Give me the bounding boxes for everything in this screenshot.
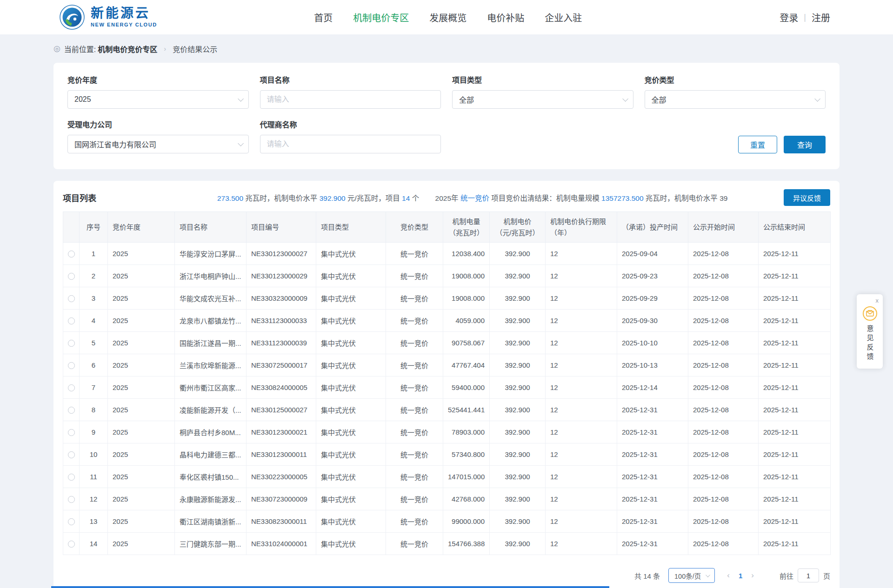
- nav-item-3[interactable]: 电价补贴: [487, 11, 524, 24]
- marquee-segment-3: 元/兆瓦时，项目: [346, 194, 402, 202]
- cell-name: 奉化区裘村镇150...: [175, 466, 247, 488]
- footer-top-strip: [51, 586, 609, 588]
- filter-field-4: 受理电力公司国网浙江省电力有限公司: [67, 119, 249, 153]
- nav-item-1[interactable]: 机制电价专区: [353, 11, 409, 24]
- row-radio[interactable]: [68, 384, 75, 391]
- cell-btype: 统一竞价: [386, 421, 443, 443]
- cell-ptype: 集中式光伏: [316, 265, 386, 287]
- row-radio[interactable]: [68, 362, 75, 369]
- select-2[interactable]: 全部: [452, 90, 633, 109]
- row-radio[interactable]: [68, 496, 75, 503]
- login-link[interactable]: 登录: [780, 11, 798, 24]
- cell-btype: 统一竞价: [386, 533, 443, 555]
- row-radio[interactable]: [68, 541, 75, 548]
- marquee-segment-7: 项目竞价出清结果：机制电量规模: [489, 194, 601, 202]
- cell-name: 衢州市衢江区高家...: [175, 377, 247, 399]
- row-radio[interactable]: [68, 273, 75, 280]
- table-row: 12025华能淳安汾口茅屏...NE330123000027集中式光伏统一竞价1…: [63, 243, 831, 265]
- row-radio[interactable]: [68, 474, 75, 481]
- cell-term: 12: [546, 421, 617, 443]
- row-radio[interactable]: [68, 451, 75, 458]
- select-value: 全部: [652, 94, 815, 105]
- row-radio[interactable]: [68, 429, 75, 436]
- new-energy-cloud-logo-icon: [60, 5, 85, 30]
- row-radio[interactable]: [68, 295, 75, 302]
- cell-price: 392.900: [490, 421, 546, 443]
- row-radio[interactable]: [68, 518, 75, 525]
- auth-divider: |: [804, 13, 806, 22]
- text-input-1[interactable]: [267, 95, 434, 104]
- reset-button[interactable]: 重置: [738, 136, 777, 153]
- row-radio[interactable]: [68, 317, 75, 324]
- prev-page-button[interactable]: ‹: [727, 571, 730, 580]
- feedback-widget-label[interactable]: 意见反馈: [866, 325, 873, 362]
- next-page-button[interactable]: ›: [751, 571, 754, 580]
- cell-start_date: 2025-12-08: [688, 488, 759, 510]
- nav-item-4[interactable]: 企业入驻: [545, 11, 582, 24]
- select-value: 国网浙江省电力有限公司: [74, 139, 238, 150]
- cell-seq: 9: [80, 421, 108, 443]
- row-radio[interactable]: [68, 407, 75, 414]
- cell-prod_date: 2025-09-30: [617, 310, 688, 332]
- row-select-cell: [63, 287, 80, 310]
- cell-name: 华能淳安汾口茅屏...: [175, 243, 247, 265]
- breadcrumb: ◎ 当前位置: 机制电价竞价专区 › 竞价结果公示: [53, 34, 840, 63]
- cell-energy: 12038.400: [443, 243, 490, 265]
- logo-title: 新能源云: [91, 7, 157, 20]
- breadcrumb-section[interactable]: 机制电价竞价专区: [98, 43, 157, 54]
- cell-code: NE330725000017: [247, 354, 316, 377]
- close-icon[interactable]: x: [876, 297, 879, 305]
- cell-code: NE330323000009: [247, 287, 316, 310]
- page-size-select[interactable]: 100条/页: [668, 568, 715, 583]
- page-number-1[interactable]: 1: [739, 572, 742, 580]
- goto-page-input[interactable]: [798, 568, 819, 582]
- nav-item-0[interactable]: 首页: [314, 11, 333, 24]
- cell-seq: 1: [80, 243, 108, 265]
- cell-ptype: 集中式光伏: [316, 421, 386, 443]
- cell-end_date: 2025-12-11: [759, 377, 831, 399]
- cell-year: 2025: [108, 332, 175, 354]
- cell-prod_date: 2025-09-23: [617, 265, 688, 287]
- select-4[interactable]: 国网浙江省电力有限公司: [67, 135, 249, 153]
- cell-energy: 154766.388: [443, 533, 490, 555]
- marquee-segment-2: 392.900: [320, 194, 346, 202]
- field-label: 代理商名称: [260, 119, 441, 130]
- cell-seq: 14: [80, 533, 108, 555]
- cell-code: NE330824000005: [247, 377, 316, 399]
- cell-start_date: 2025-12-08: [688, 510, 759, 533]
- row-radio[interactable]: [68, 340, 75, 347]
- project-list-header: 项目列表 273.500 兆瓦时，机制电价水平 392.900 元/兆瓦时，项目…: [63, 188, 830, 207]
- cell-seq: 5: [80, 332, 108, 354]
- row-radio[interactable]: [68, 251, 75, 258]
- cell-year: 2025: [108, 243, 175, 265]
- filter-field-0: 竞价年度2025: [67, 74, 249, 109]
- input-wrapper-1: [260, 90, 441, 109]
- cell-year: 2025: [108, 466, 175, 488]
- nav-item-2[interactable]: 发展概览: [429, 11, 466, 24]
- envelope-icon[interactable]: [863, 306, 877, 321]
- select-3[interactable]: 全部: [645, 90, 826, 109]
- column-header-start_date: 公示开始时间: [688, 212, 759, 243]
- cell-seq: 3: [80, 287, 108, 310]
- table-row: 92025桐庐县合村乡80M...NE330123000021集中式光伏统一竞价…: [63, 421, 831, 443]
- cell-price: 392.900: [490, 488, 546, 510]
- row-select-cell: [63, 443, 80, 466]
- register-link[interactable]: 注册: [812, 11, 830, 24]
- cell-btype: 统一竞价: [386, 466, 443, 488]
- select-0[interactable]: 2025: [67, 90, 249, 109]
- cell-seq: 10: [80, 443, 108, 466]
- row-select-cell: [63, 310, 80, 332]
- cell-code: NE330123000029: [247, 265, 316, 287]
- cell-end_date: 2025-12-11: [759, 533, 831, 555]
- text-input-5[interactable]: [267, 140, 434, 148]
- cell-price: 392.900: [490, 265, 546, 287]
- cell-prod_date: 2025-12-14: [617, 377, 688, 399]
- filter-field-5: 代理商名称: [260, 119, 441, 153]
- marquee-segment-8: 1357273.500: [601, 194, 644, 202]
- cell-energy: 47767.404: [443, 354, 490, 377]
- search-button[interactable]: 查询: [784, 136, 826, 153]
- cell-energy: 42768.000: [443, 488, 490, 510]
- cell-end_date: 2025-12-11: [759, 399, 831, 421]
- cell-energy: 19008.000: [443, 287, 490, 310]
- objection-feedback-button[interactable]: 异议反馈: [784, 189, 830, 206]
